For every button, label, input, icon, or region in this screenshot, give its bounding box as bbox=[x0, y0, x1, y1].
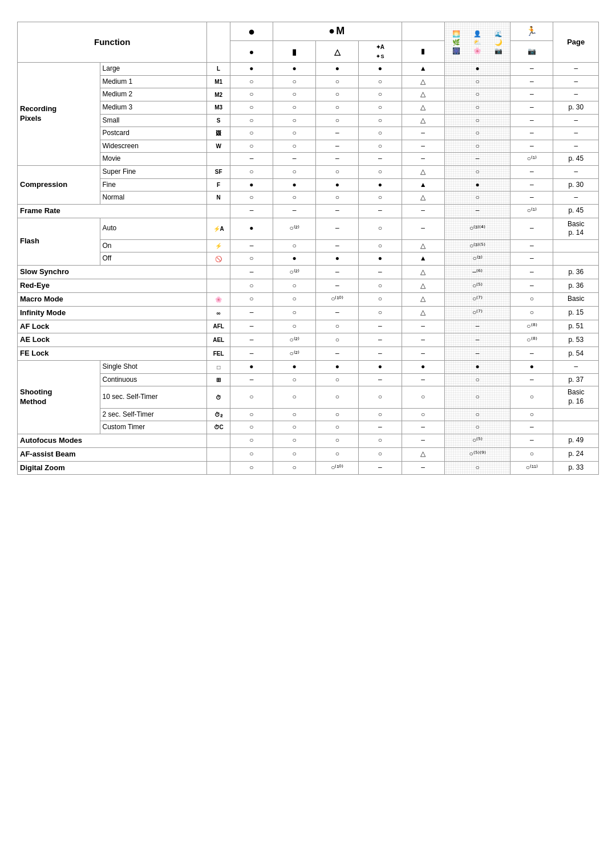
data-cell-c5: △ bbox=[402, 114, 444, 127]
row-group-label: Flash bbox=[18, 218, 100, 265]
table-row: 2 sec. Self-Timer⏱₂○○○○○○○ bbox=[18, 408, 599, 421]
data-cell-c3: – bbox=[316, 347, 359, 361]
data-cell-page: p. 49 bbox=[553, 434, 599, 447]
table-row: CompressionSuper FineSF○○○○△○–– bbox=[18, 165, 599, 178]
data-cell-c3: ● bbox=[316, 178, 359, 191]
data-cell-page: – bbox=[553, 127, 599, 140]
data-cell-page: – bbox=[553, 75, 599, 88]
data-cell-c2: ○ bbox=[273, 127, 316, 140]
data-cell-c4: – bbox=[359, 204, 402, 218]
row-sub-label: Large bbox=[100, 63, 207, 76]
table-row: Custom Timer⏱C○○○––○– bbox=[18, 421, 599, 434]
data-cell-c1: – bbox=[230, 265, 273, 279]
data-cell-c6: ○ bbox=[444, 408, 510, 421]
row-sub-label: Medium 1 bbox=[100, 75, 207, 88]
data-cell-c2: – bbox=[273, 153, 316, 166]
table-row: Medium 2M2○○○○△○–– bbox=[18, 88, 599, 101]
data-cell-c4: ○ bbox=[359, 75, 402, 88]
data-cell-c5: – bbox=[402, 421, 444, 434]
functions-table: Function ● ●M 🌅👤🌊 🌿⛅🌙 🎆🌸📷 🏃 Page ● ▮ bbox=[17, 22, 599, 475]
data-cell-c7: ○⁽⁸⁾ bbox=[510, 320, 553, 333]
data-cell-c3: – bbox=[316, 140, 359, 153]
data-cell-c5: – bbox=[402, 153, 444, 166]
data-cell-c5: ▲ bbox=[402, 252, 444, 266]
row-group-label: AF Lock bbox=[18, 320, 207, 333]
data-cell-page: – bbox=[553, 361, 599, 374]
data-cell-c3: ○⁽¹⁰⁾ bbox=[316, 461, 359, 475]
data-cell-c1: ○ bbox=[230, 434, 273, 447]
data-cell-c2: ○ bbox=[273, 461, 316, 475]
data-cell-c2: ○ bbox=[273, 191, 316, 205]
row-group-label: Shooting Method bbox=[18, 361, 100, 434]
data-cell-c7: – bbox=[510, 88, 553, 101]
data-cell-c6: ○⁽³⁾⁽⁴⁾ bbox=[444, 218, 510, 239]
data-cell-c5: ▲ bbox=[402, 63, 444, 76]
data-cell-c1: ● bbox=[230, 63, 273, 76]
data-cell-c6: ○ bbox=[444, 101, 510, 114]
data-cell-c1: – bbox=[230, 347, 273, 361]
data-cell-c3: – bbox=[316, 306, 359, 320]
data-cell-c5: – bbox=[402, 218, 444, 239]
data-cell-c7: ○ bbox=[510, 306, 553, 320]
data-cell-c4: – bbox=[359, 153, 402, 166]
data-cell-c6: ○ bbox=[444, 127, 510, 140]
data-cell-c1: ● bbox=[230, 361, 273, 374]
data-cell-c6: ○ bbox=[444, 75, 510, 88]
row-icon bbox=[207, 204, 230, 218]
data-cell-c4: ● bbox=[359, 252, 402, 266]
data-cell-c4: ○ bbox=[359, 239, 402, 252]
data-cell-c1: – bbox=[230, 239, 273, 252]
data-cell-page: p. 53 bbox=[553, 333, 599, 347]
data-cell-c5: △ bbox=[402, 191, 444, 205]
data-cell-c7: ● bbox=[510, 361, 553, 374]
row-sub-label: Fine bbox=[100, 178, 207, 191]
data-cell-page: – bbox=[553, 140, 599, 153]
data-cell-c1: ○ bbox=[230, 279, 273, 292]
row-sub-label: Postcard bbox=[100, 127, 207, 140]
data-cell-c5: – bbox=[402, 347, 444, 361]
row-sub-label: Medium 2 bbox=[100, 88, 207, 101]
data-cell-c3: ○ bbox=[316, 75, 359, 88]
data-cell-c5: – bbox=[402, 333, 444, 347]
data-cell-c3: ○ bbox=[316, 165, 359, 178]
data-cell-c6: ○ bbox=[444, 191, 510, 205]
data-cell-c1: ○ bbox=[230, 127, 273, 140]
row-group-label: AF-assist Beam bbox=[18, 447, 207, 461]
data-cell-c5: ○ bbox=[402, 386, 444, 408]
data-cell-c3: ○ bbox=[316, 421, 359, 434]
data-cell-c5: △ bbox=[402, 279, 444, 292]
data-cell-c4: – bbox=[359, 373, 402, 386]
data-cell-c3: ○⁽¹⁰⁾ bbox=[316, 292, 359, 306]
data-cell-c1: ○ bbox=[230, 75, 273, 88]
table-row: Medium 1M1○○○○△○–– bbox=[18, 75, 599, 88]
data-cell-c4: ○ bbox=[359, 279, 402, 292]
data-cell-c4: ○ bbox=[359, 292, 402, 306]
data-cell-page: Basic p. 16 bbox=[553, 386, 599, 408]
row-icon bbox=[207, 461, 230, 475]
data-cell-c4: – bbox=[359, 421, 402, 434]
data-cell-c7: ○⁽¹⁾ bbox=[510, 204, 553, 218]
row-icon: M3 bbox=[207, 101, 230, 114]
data-cell-c1: – bbox=[230, 153, 273, 166]
row-sub-label: Auto bbox=[100, 218, 207, 239]
data-cell-c4: ○ bbox=[359, 165, 402, 178]
data-cell-c6: ○⁽³⁾ bbox=[444, 252, 510, 266]
data-cell-c6: ○ bbox=[444, 140, 510, 153]
row-icon: M2 bbox=[207, 88, 230, 101]
data-cell-c3: ○ bbox=[316, 434, 359, 447]
row-sub-label: Off bbox=[100, 252, 207, 266]
data-cell-c1: ○ bbox=[230, 191, 273, 205]
data-cell-c2: ○ bbox=[273, 306, 316, 320]
data-cell-c1: ○ bbox=[230, 114, 273, 127]
data-cell-c4: – bbox=[359, 461, 402, 475]
data-cell-c2: ○ bbox=[273, 421, 316, 434]
data-cell-c2: ○ bbox=[273, 239, 316, 252]
row-icon: FEL bbox=[207, 347, 230, 361]
data-cell-c3: ○ bbox=[316, 320, 359, 333]
data-cell-c1: ○ bbox=[230, 447, 273, 461]
data-cell-c1: ○ bbox=[230, 292, 273, 306]
row-sub-label: 10 sec. Self-Timer bbox=[100, 386, 207, 408]
data-cell-page: p. 45 bbox=[553, 153, 599, 166]
row-icon: ⏱C bbox=[207, 421, 230, 434]
table-row: Red-Eye○○–○△○⁽⁵⁾–p. 36 bbox=[18, 279, 599, 292]
